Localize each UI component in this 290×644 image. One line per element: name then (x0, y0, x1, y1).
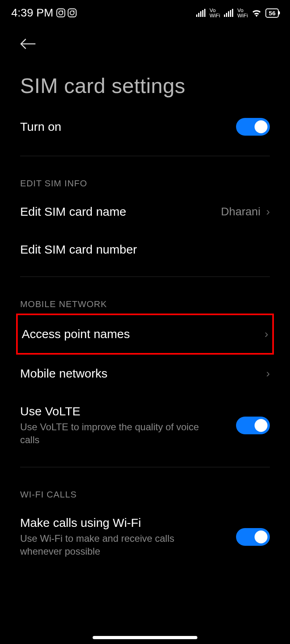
divider (20, 277, 270, 277)
status-time: 4:39 PM (11, 6, 53, 19)
chevron-right-icon: › (266, 367, 270, 380)
edit-sim-name-label: Edit SIM card name (20, 205, 126, 219)
volte-toggle[interactable] (236, 417, 270, 434)
edit-sim-name-value: Dharani (221, 205, 261, 218)
vowifi-indicator: VoWiFi (209, 8, 220, 18)
section-header-mobile-network: MOBILE NETWORK (20, 285, 270, 314)
highlight-annotation: Access point names › (16, 314, 274, 355)
wifi-calls-row[interactable]: Make calls using Wi-Fi Use Wi-Fi to make… (20, 504, 270, 570)
status-right: VoWiFi VoWiFi 56 (196, 8, 279, 18)
notification-icons (56, 8, 77, 17)
back-button[interactable] (20, 36, 36, 54)
apn-label: Access point names (22, 327, 130, 341)
wifi-calls-text: Make calls using Wi-Fi Use Wi-Fi to make… (20, 516, 213, 558)
section-header-edit-sim: EDIT SIM INFO (20, 164, 270, 193)
status-left: 4:39 PM (11, 6, 77, 19)
instagram-icon (68, 8, 77, 17)
mobile-networks-label: Mobile networks (20, 367, 108, 380)
chevron-right-icon: › (265, 328, 268, 341)
wifi-calls-description: Use Wi-Fi to make and receive calls when… (20, 532, 213, 558)
home-indicator[interactable] (93, 636, 197, 639)
wifi-icon (252, 9, 261, 17)
divider (20, 467, 270, 467)
settings-content: Turn on EDIT SIM INFO Edit SIM card name… (0, 106, 290, 570)
wifi-calls-label: Make calls using Wi-Fi (20, 516, 213, 530)
instagram-icon (56, 8, 65, 17)
header: SIM card settings (0, 24, 290, 106)
wifi-calls-toggle[interactable] (236, 528, 270, 546)
volte-label: Use VoLTE (20, 405, 213, 418)
volte-row[interactable]: Use VoLTE Use VoLTE to improve the quali… (20, 392, 270, 459)
turn-on-toggle[interactable] (236, 118, 270, 136)
edit-sim-name-row[interactable]: Edit SIM card name Dharani › (20, 193, 270, 231)
status-bar: 4:39 PM VoWiFi VoWiFi 56 (0, 0, 290, 24)
edit-sim-name-value-area: Dharani › (221, 205, 270, 218)
divider (20, 156, 270, 156)
turn-on-label: Turn on (20, 120, 61, 134)
turn-on-row[interactable]: Turn on (20, 106, 270, 148)
vowifi-indicator: VoWiFi (237, 8, 248, 18)
battery-indicator: 56 (265, 8, 279, 18)
edit-sim-number-row[interactable]: Edit SIM card number (20, 231, 270, 268)
page-title: SIM card settings (20, 74, 270, 98)
section-header-wifi-calls: WI-FI CALLS (20, 475, 270, 504)
chevron-right-icon: › (266, 205, 270, 218)
mobile-networks-row[interactable]: Mobile networks › (20, 355, 270, 392)
signal-icon (224, 9, 233, 17)
edit-sim-number-label: Edit SIM card number (20, 243, 137, 256)
signal-icon (196, 9, 205, 17)
volte-text: Use VoLTE Use VoLTE to improve the quali… (20, 405, 213, 447)
apn-row[interactable]: Access point names › (22, 315, 268, 353)
volte-description: Use VoLTE to improve the quality of voic… (20, 421, 213, 447)
